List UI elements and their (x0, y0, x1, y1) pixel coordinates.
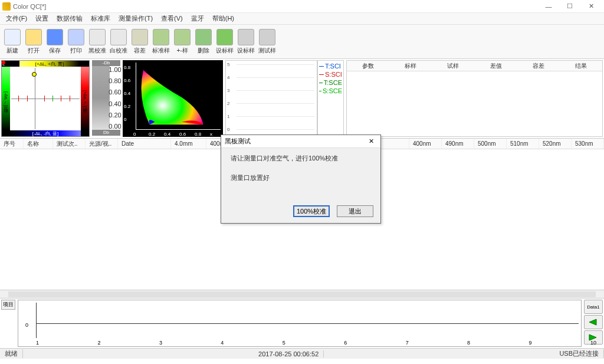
app-icon (2, 2, 11, 11)
titlebar: Color QC[*] — ☐ ✕ (0, 0, 604, 13)
toolbtn-9[interactable]: 删除 (193, 26, 214, 58)
menu-data[interactable]: 数据传输 (53, 14, 86, 23)
toolbtn-7[interactable]: 标准样 (151, 26, 171, 58)
toolbtn-4[interactable]: 黑校准 (87, 26, 107, 58)
toolbtn-3[interactable]: 打印 (66, 26, 86, 58)
toolbtn-2[interactable]: 保存 (45, 26, 65, 58)
spectrum-panel: 543210 T:SCIS:SCIT:SCES:SCE (225, 60, 344, 137)
prev-button[interactable] (584, 315, 603, 329)
toolbtn-1[interactable]: 打开 (24, 26, 44, 58)
dialog-line1: 请让测量口对准空气，进行100%校准 (231, 154, 371, 163)
calibration-dialog: 黑板测试 ✕ 请让测量口对准空气，进行100%校准 测量口放置好 100%校准 … (221, 135, 381, 224)
calibrate-button[interactable]: 100%校准 (293, 205, 330, 217)
close-button[interactable]: ✕ (580, 1, 602, 12)
menu-bluetooth[interactable]: 蓝牙 (188, 14, 208, 23)
menubar: 文件(F) 设置 数据传输 标准库 测量操作(T) 查看(V) 蓝牙 帮助(H) (0, 13, 604, 25)
menu-settings[interactable]: 设置 (32, 14, 52, 23)
maximize-button[interactable]: ☐ (559, 1, 580, 12)
menu-file[interactable]: 文件(F) (2, 14, 31, 23)
bottom-chart: 项目 0 12345678910 Data1 (0, 298, 604, 348)
data-select-button[interactable]: Data1 (584, 300, 603, 314)
toolbtn-5[interactable]: 白校准 (109, 26, 129, 58)
minimize-button[interactable]: — (538, 1, 559, 12)
params-panel: 参数标样试样差值容差结果 (346, 60, 603, 137)
cie-diagram: 0.80.60.40.2000.20.40.60.8x (123, 60, 223, 137)
toolbtn-10[interactable]: 设标样 (215, 26, 235, 58)
chart-tab[interactable]: 项目 (1, 300, 15, 310)
window-title: Color QC[*] (13, 3, 538, 10)
status-time: 2017-08-25 00:06:52 (254, 350, 324, 358)
toolbtn-11[interactable]: 设标样 (236, 26, 256, 58)
statusbar: 就绪 2017-08-25 00:06:52 USB已经连接 (0, 348, 604, 359)
db-panel: -Db 1.000.800.600.400.200.00 Db (92, 60, 120, 137)
menu-measure[interactable]: 测量操作(T) (115, 14, 156, 23)
exit-button[interactable]: 退出 (337, 205, 373, 217)
menu-help[interactable]: 帮助(H) (209, 14, 238, 23)
dialog-title: 黑板测试 (225, 137, 365, 146)
lab-color-panel: L[+ΔL, +白, 黄] [-Δa, -红, 绿] [+Δa, +绿, 红] … (1, 60, 90, 137)
menu-view[interactable]: 查看(V) (157, 14, 186, 23)
dialog-close-icon[interactable]: ✕ (365, 137, 377, 145)
toolbtn-6[interactable]: 容差 (130, 26, 150, 58)
toolbtn-12[interactable]: 测试样 (257, 26, 277, 58)
status-connection: USB已经连接 (554, 349, 604, 358)
horizontal-scrollbar[interactable] (0, 290, 604, 298)
dialog-line2: 测量口放置好 (231, 173, 371, 182)
toolbar: 新建打开保存打印黑校准白校准容差标准样+-样删除设标样设标样测试样 (0, 25, 604, 59)
menu-stdlib[interactable]: 标准库 (87, 14, 114, 23)
status-ready: 就绪 (0, 349, 23, 358)
tolerance-dot (2, 61, 5, 64)
toolbtn-8[interactable]: +-样 (172, 26, 192, 58)
toolbtn-0[interactable]: 新建 (2, 26, 22, 58)
